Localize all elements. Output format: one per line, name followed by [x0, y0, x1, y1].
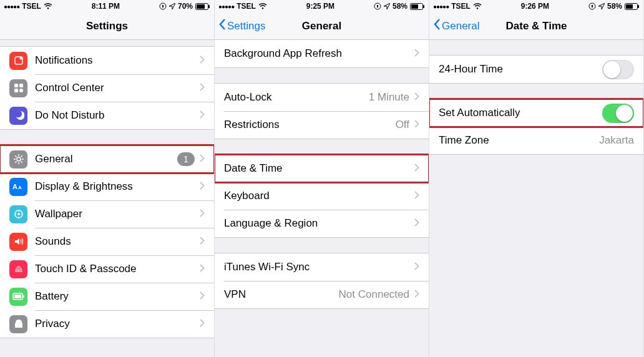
row-battery[interactable]: Battery [0, 283, 214, 310]
chevron-right-icon [414, 119, 419, 130]
wifi-icon [473, 3, 482, 9]
row-label: Do Not Disturb [35, 109, 195, 122]
row-notifications[interactable]: Notifications [0, 47, 214, 74]
battery-percent: 58% [393, 2, 407, 11]
back-button[interactable]: General [429, 18, 479, 34]
row-background-refresh[interactable]: Background App Refresh [215, 40, 429, 67]
row-value: Off [396, 119, 409, 131]
row-keyboard[interactable]: Keyboard [215, 182, 429, 210]
chevron-right-icon [200, 181, 205, 192]
chevron-right-icon [200, 318, 205, 330]
svg-point-9 [19, 89, 23, 92]
row-restrictions[interactable]: Restrictions Off [215, 111, 429, 139]
location-icon [598, 3, 605, 9]
row-vpn[interactable]: VPN Not Connected [215, 281, 429, 308]
badge: 1 [177, 152, 195, 166]
chevron-right-icon [200, 82, 205, 94]
row-label: Control Center [35, 82, 195, 94]
svg-rect-28 [23, 295, 24, 298]
toggle-24-hour[interactable] [602, 60, 634, 79]
display-icon: AA [9, 178, 27, 196]
chevron-left-icon [218, 18, 226, 34]
chevron-right-icon [414, 218, 419, 229]
notifications-icon [9, 52, 27, 70]
carrier-label: TSEL [451, 2, 471, 11]
wifi-icon [44, 3, 52, 9]
svg-rect-6 [14, 84, 18, 87]
sounds-icon [9, 233, 27, 251]
chevron-right-icon [200, 263, 205, 275]
row-label: Privacy [35, 318, 195, 330]
svg-rect-2 [197, 4, 205, 9]
row-label: Language & Region [224, 217, 409, 230]
status-bar: ●●●●● TSEL 9:26 PM 58% [429, 0, 643, 12]
privacy-icon [9, 315, 27, 333]
row-set-automatically[interactable]: Set Automatically [429, 99, 643, 127]
svg-line-17 [15, 162, 16, 163]
chevron-left-icon [433, 18, 441, 34]
battery-status-icon [195, 3, 210, 10]
clock: 9:26 PM [521, 2, 549, 11]
row-label: Time Zone [439, 134, 594, 147]
row-general[interactable]: General 1 [0, 145, 214, 173]
back-button[interactable]: Settings [215, 18, 265, 34]
svg-point-22 [17, 213, 20, 215]
signal-icon: ●●●●● [4, 3, 19, 10]
svg-point-23 [18, 210, 19, 212]
row-label: Set Automatically [439, 107, 602, 119]
row-label: Touch ID & Passcode [35, 263, 195, 275]
orientation-lock-icon [588, 2, 596, 10]
row-touchid[interactable]: Touch ID & Passcode [0, 255, 214, 283]
row-label: Auto-Lock [224, 91, 364, 104]
row-label: Wallpaper [35, 208, 195, 220]
toggle-set-automatically[interactable] [602, 104, 634, 123]
row-24-hour-time[interactable]: 24-Hour Time [429, 56, 643, 83]
screen-general: ●●●●● TSEL 9:25 PM 58% Settings General … [215, 0, 429, 357]
chevron-right-icon [414, 163, 419, 174]
row-privacy[interactable]: Privacy [0, 310, 214, 338]
carrier-label: TSEL [237, 2, 256, 11]
row-itunes-wifi-sync[interactable]: iTunes Wi-Fi Sync [215, 253, 429, 281]
svg-rect-29 [14, 295, 21, 298]
row-language-region[interactable]: Language & Region [215, 210, 429, 237]
svg-rect-7 [19, 84, 23, 87]
svg-text:A: A [12, 183, 17, 190]
nav-bar: Settings General [215, 12, 429, 40]
signal-icon: ●●●●● [218, 3, 234, 10]
svg-rect-3 [208, 5, 210, 8]
chevron-right-icon [414, 190, 419, 202]
status-bar: ●●●●● TSEL 9:25 PM 58% [215, 0, 429, 12]
svg-rect-33 [423, 5, 424, 8]
screen-settings: ●●●●● TSEL 8:11 PM 70% Settings Notifica… [0, 0, 215, 357]
signal-icon: ●●●●● [433, 3, 449, 10]
row-date-time[interactable]: Date & Time [215, 155, 429, 182]
status-bar: ●●●●● TSEL 8:11 PM 70% [0, 0, 214, 12]
location-icon [384, 3, 390, 9]
row-auto-lock[interactable]: Auto-Lock 1 Minute [215, 84, 429, 111]
battery-status-icon [410, 3, 425, 10]
row-time-zone[interactable]: Time Zone Jakarta [429, 127, 643, 154]
row-control-center[interactable]: Control Center [0, 74, 214, 102]
row-label: Restrictions [224, 119, 391, 131]
row-label: Sounds [35, 235, 195, 248]
row-wallpaper[interactable]: Wallpaper [0, 200, 214, 228]
general-icon [9, 150, 27, 169]
row-label: General [35, 153, 177, 165]
row-display[interactable]: AA Display & Brightness [0, 173, 214, 200]
chevron-right-icon [200, 291, 205, 302]
svg-point-24 [21, 213, 22, 215]
clock: 8:11 PM [92, 2, 120, 11]
svg-text:A: A [18, 185, 22, 190]
row-value: Not Connected [339, 288, 409, 301]
row-dnd[interactable]: Do Not Disturb [0, 102, 214, 129]
carrier-label: TSEL [22, 2, 41, 11]
orientation-lock-icon [374, 2, 381, 10]
battery-percent: 58% [607, 2, 622, 11]
row-label: Background App Refresh [224, 47, 409, 60]
svg-point-26 [15, 213, 16, 215]
row-sounds[interactable]: Sounds [0, 228, 214, 255]
svg-point-25 [18, 217, 19, 218]
svg-rect-8 [14, 89, 18, 92]
touchid-icon [9, 260, 27, 278]
row-label: iTunes Wi-Fi Sync [224, 261, 409, 273]
